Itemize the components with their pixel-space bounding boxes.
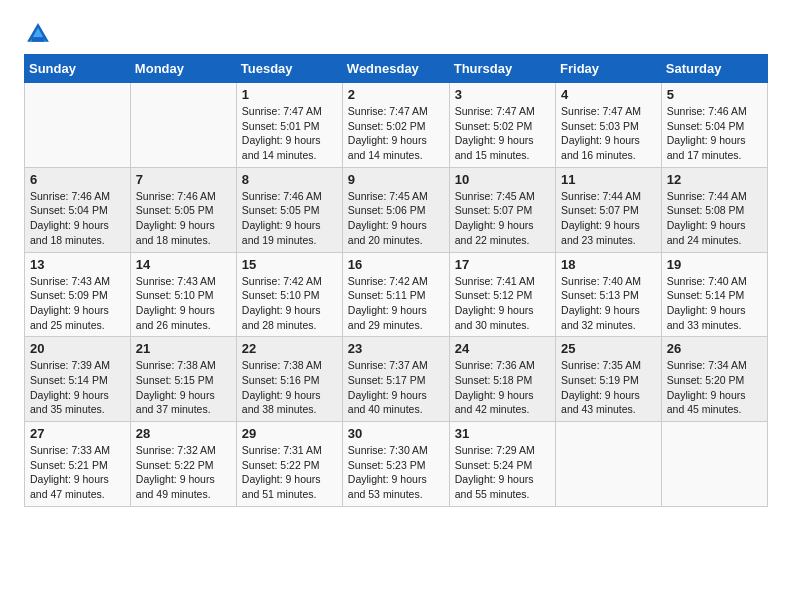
day-cell: 15Sunrise: 7:42 AM Sunset: 5:10 PM Dayli…: [236, 252, 342, 337]
week-row-3: 13Sunrise: 7:43 AM Sunset: 5:09 PM Dayli…: [25, 252, 768, 337]
day-cell: 16Sunrise: 7:42 AM Sunset: 5:11 PM Dayli…: [342, 252, 449, 337]
day-number: 1: [242, 87, 337, 102]
day-detail: Sunrise: 7:45 AM Sunset: 5:06 PM Dayligh…: [348, 189, 444, 248]
day-number: 27: [30, 426, 125, 441]
day-number: 19: [667, 257, 762, 272]
day-detail: Sunrise: 7:46 AM Sunset: 5:05 PM Dayligh…: [242, 189, 337, 248]
day-cell: 11Sunrise: 7:44 AM Sunset: 5:07 PM Dayli…: [556, 167, 662, 252]
day-detail: Sunrise: 7:37 AM Sunset: 5:17 PM Dayligh…: [348, 358, 444, 417]
day-detail: Sunrise: 7:34 AM Sunset: 5:20 PM Dayligh…: [667, 358, 762, 417]
day-detail: Sunrise: 7:46 AM Sunset: 5:05 PM Dayligh…: [136, 189, 231, 248]
day-detail: Sunrise: 7:40 AM Sunset: 5:13 PM Dayligh…: [561, 274, 656, 333]
day-number: 30: [348, 426, 444, 441]
day-number: 14: [136, 257, 231, 272]
day-detail: Sunrise: 7:40 AM Sunset: 5:14 PM Dayligh…: [667, 274, 762, 333]
week-row-4: 20Sunrise: 7:39 AM Sunset: 5:14 PM Dayli…: [25, 337, 768, 422]
day-detail: Sunrise: 7:47 AM Sunset: 5:03 PM Dayligh…: [561, 104, 656, 163]
week-row-1: 1Sunrise: 7:47 AM Sunset: 5:01 PM Daylig…: [25, 83, 768, 168]
header-day-wednesday: Wednesday: [342, 55, 449, 83]
header-day-thursday: Thursday: [449, 55, 555, 83]
day-number: 6: [30, 172, 125, 187]
day-cell: 30Sunrise: 7:30 AM Sunset: 5:23 PM Dayli…: [342, 422, 449, 507]
day-cell: 3Sunrise: 7:47 AM Sunset: 5:02 PM Daylig…: [449, 83, 555, 168]
day-number: 5: [667, 87, 762, 102]
day-detail: Sunrise: 7:42 AM Sunset: 5:10 PM Dayligh…: [242, 274, 337, 333]
day-number: 26: [667, 341, 762, 356]
day-detail: Sunrise: 7:45 AM Sunset: 5:07 PM Dayligh…: [455, 189, 550, 248]
day-cell: 24Sunrise: 7:36 AM Sunset: 5:18 PM Dayli…: [449, 337, 555, 422]
day-cell: 23Sunrise: 7:37 AM Sunset: 5:17 PM Dayli…: [342, 337, 449, 422]
day-number: 3: [455, 87, 550, 102]
day-number: 20: [30, 341, 125, 356]
day-detail: Sunrise: 7:39 AM Sunset: 5:14 PM Dayligh…: [30, 358, 125, 417]
day-number: 2: [348, 87, 444, 102]
calendar-body: 1Sunrise: 7:47 AM Sunset: 5:01 PM Daylig…: [25, 83, 768, 507]
day-cell: 22Sunrise: 7:38 AM Sunset: 5:16 PM Dayli…: [236, 337, 342, 422]
header-day-monday: Monday: [130, 55, 236, 83]
day-number: 24: [455, 341, 550, 356]
day-cell: 26Sunrise: 7:34 AM Sunset: 5:20 PM Dayli…: [661, 337, 767, 422]
day-number: 31: [455, 426, 550, 441]
day-detail: Sunrise: 7:42 AM Sunset: 5:11 PM Dayligh…: [348, 274, 444, 333]
day-cell: 25Sunrise: 7:35 AM Sunset: 5:19 PM Dayli…: [556, 337, 662, 422]
logo: [24, 20, 56, 48]
day-number: 11: [561, 172, 656, 187]
day-detail: Sunrise: 7:35 AM Sunset: 5:19 PM Dayligh…: [561, 358, 656, 417]
day-number: 10: [455, 172, 550, 187]
day-number: 13: [30, 257, 125, 272]
day-detail: Sunrise: 7:33 AM Sunset: 5:21 PM Dayligh…: [30, 443, 125, 502]
day-detail: Sunrise: 7:43 AM Sunset: 5:10 PM Dayligh…: [136, 274, 231, 333]
day-cell: 21Sunrise: 7:38 AM Sunset: 5:15 PM Dayli…: [130, 337, 236, 422]
day-cell: 28Sunrise: 7:32 AM Sunset: 5:22 PM Dayli…: [130, 422, 236, 507]
day-cell: 6Sunrise: 7:46 AM Sunset: 5:04 PM Daylig…: [25, 167, 131, 252]
day-number: 28: [136, 426, 231, 441]
day-number: 16: [348, 257, 444, 272]
day-cell: 8Sunrise: 7:46 AM Sunset: 5:05 PM Daylig…: [236, 167, 342, 252]
calendar: SundayMondayTuesdayWednesdayThursdayFrid…: [24, 54, 768, 507]
week-row-5: 27Sunrise: 7:33 AM Sunset: 5:21 PM Dayli…: [25, 422, 768, 507]
day-cell: 12Sunrise: 7:44 AM Sunset: 5:08 PM Dayli…: [661, 167, 767, 252]
day-cell: [661, 422, 767, 507]
day-number: 18: [561, 257, 656, 272]
day-number: 25: [561, 341, 656, 356]
day-detail: Sunrise: 7:36 AM Sunset: 5:18 PM Dayligh…: [455, 358, 550, 417]
day-cell: 1Sunrise: 7:47 AM Sunset: 5:01 PM Daylig…: [236, 83, 342, 168]
page-header: [24, 20, 768, 48]
day-number: 12: [667, 172, 762, 187]
day-cell: [130, 83, 236, 168]
day-cell: 10Sunrise: 7:45 AM Sunset: 5:07 PM Dayli…: [449, 167, 555, 252]
header-day-friday: Friday: [556, 55, 662, 83]
day-detail: Sunrise: 7:44 AM Sunset: 5:08 PM Dayligh…: [667, 189, 762, 248]
day-detail: Sunrise: 7:38 AM Sunset: 5:15 PM Dayligh…: [136, 358, 231, 417]
day-cell: 5Sunrise: 7:46 AM Sunset: 5:04 PM Daylig…: [661, 83, 767, 168]
day-detail: Sunrise: 7:30 AM Sunset: 5:23 PM Dayligh…: [348, 443, 444, 502]
day-number: 29: [242, 426, 337, 441]
day-cell: 29Sunrise: 7:31 AM Sunset: 5:22 PM Dayli…: [236, 422, 342, 507]
day-detail: Sunrise: 7:41 AM Sunset: 5:12 PM Dayligh…: [455, 274, 550, 333]
day-number: 23: [348, 341, 444, 356]
header-day-sunday: Sunday: [25, 55, 131, 83]
day-cell: 18Sunrise: 7:40 AM Sunset: 5:13 PM Dayli…: [556, 252, 662, 337]
day-cell: 20Sunrise: 7:39 AM Sunset: 5:14 PM Dayli…: [25, 337, 131, 422]
day-detail: Sunrise: 7:38 AM Sunset: 5:16 PM Dayligh…: [242, 358, 337, 417]
svg-rect-2: [32, 37, 44, 42]
header-day-saturday: Saturday: [661, 55, 767, 83]
day-detail: Sunrise: 7:47 AM Sunset: 5:02 PM Dayligh…: [455, 104, 550, 163]
day-cell: 7Sunrise: 7:46 AM Sunset: 5:05 PM Daylig…: [130, 167, 236, 252]
day-number: 17: [455, 257, 550, 272]
day-detail: Sunrise: 7:29 AM Sunset: 5:24 PM Dayligh…: [455, 443, 550, 502]
day-number: 7: [136, 172, 231, 187]
header-row: SundayMondayTuesdayWednesdayThursdayFrid…: [25, 55, 768, 83]
day-number: 4: [561, 87, 656, 102]
day-detail: Sunrise: 7:46 AM Sunset: 5:04 PM Dayligh…: [667, 104, 762, 163]
day-cell: [25, 83, 131, 168]
day-cell: [556, 422, 662, 507]
day-detail: Sunrise: 7:46 AM Sunset: 5:04 PM Dayligh…: [30, 189, 125, 248]
day-detail: Sunrise: 7:31 AM Sunset: 5:22 PM Dayligh…: [242, 443, 337, 502]
day-cell: 4Sunrise: 7:47 AM Sunset: 5:03 PM Daylig…: [556, 83, 662, 168]
day-number: 15: [242, 257, 337, 272]
day-cell: 31Sunrise: 7:29 AM Sunset: 5:24 PM Dayli…: [449, 422, 555, 507]
day-cell: 14Sunrise: 7:43 AM Sunset: 5:10 PM Dayli…: [130, 252, 236, 337]
logo-icon: [24, 20, 52, 48]
day-detail: Sunrise: 7:47 AM Sunset: 5:01 PM Dayligh…: [242, 104, 337, 163]
